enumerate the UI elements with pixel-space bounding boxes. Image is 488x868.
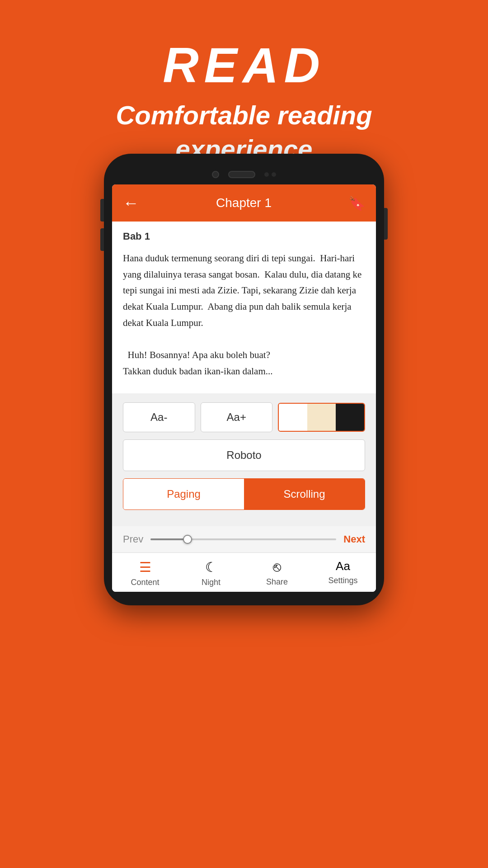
theme-options: [278, 403, 365, 432]
app-bar: ← Chapter 1 🔖: [112, 184, 376, 222]
next-label[interactable]: Next: [343, 533, 365, 545]
phone-camera: [212, 171, 219, 178]
nav-item-settings[interactable]: Aa Settings: [310, 559, 376, 587]
progress-thumb[interactable]: [183, 535, 192, 544]
share-icon: ⎋: [273, 559, 281, 575]
font-selector[interactable]: Roboto: [123, 439, 365, 471]
night-label: Night: [202, 578, 221, 587]
font-increase-button[interactable]: Aa+: [201, 402, 273, 432]
font-size-row: Aa- Aa+: [123, 402, 365, 432]
phone-top-bar: [112, 167, 376, 184]
night-icon: ☾: [205, 559, 217, 575]
phone-sensors: [264, 172, 276, 177]
phone-sensor-2: [272, 172, 276, 177]
promo-title: READ: [27, 36, 461, 94]
back-button[interactable]: ←: [123, 193, 139, 212]
theme-sepia-option[interactable]: [307, 404, 336, 431]
phone-device: ← Chapter 1 🔖 Bab 1 Hana duduk termenung…: [104, 154, 384, 605]
font-decrease-button[interactable]: Aa-: [123, 402, 195, 432]
scrolling-button[interactable]: Scrolling: [244, 479, 365, 509]
content-icon: ☰: [139, 559, 151, 575]
bottom-navigation: ☰ Content ☾ Night ⎋ Share Aa Settings: [112, 552, 376, 592]
nav-item-share[interactable]: ⎋ Share: [244, 559, 310, 587]
theme-dark-option[interactable]: [336, 404, 364, 431]
paging-button[interactable]: Paging: [123, 479, 244, 509]
chapter-subtitle: Bab 1: [123, 231, 365, 242]
settings-icon: Aa: [336, 559, 350, 573]
reading-content: Bab 1 Hana duduk termenung seorang diri …: [112, 222, 376, 393]
settings-panel: Aa- Aa+ Roboto Paging Scrolling: [112, 393, 376, 526]
settings-label: Settings: [328, 576, 357, 585]
chapter-progress-bar[interactable]: [150, 538, 336, 540]
phone-volume-down-button: [100, 228, 104, 251]
nav-item-night[interactable]: ☾ Night: [178, 559, 244, 587]
progress-bar-fill: [150, 538, 188, 540]
content-label: Content: [131, 578, 159, 587]
phone-speaker: [228, 171, 255, 178]
progress-row: Prev Next: [112, 526, 376, 552]
phone-power-button: [384, 208, 388, 240]
phone-screen: ← Chapter 1 🔖 Bab 1 Hana duduk termenung…: [112, 184, 376, 592]
chapter-title: Chapter 1: [216, 196, 272, 210]
reading-mode-toggle: Paging Scrolling: [123, 478, 365, 510]
share-label: Share: [266, 577, 288, 587]
theme-white-option[interactable]: [279, 404, 307, 431]
phone-volume-up-button: [100, 199, 104, 222]
prev-label: Prev: [123, 533, 143, 545]
reading-text: Hana duduk termenung seorang diri di tep…: [123, 250, 365, 380]
phone-sensor-1: [264, 172, 269, 177]
bookmark-icon[interactable]: 🔖: [348, 195, 365, 211]
nav-item-content[interactable]: ☰ Content: [112, 559, 178, 587]
